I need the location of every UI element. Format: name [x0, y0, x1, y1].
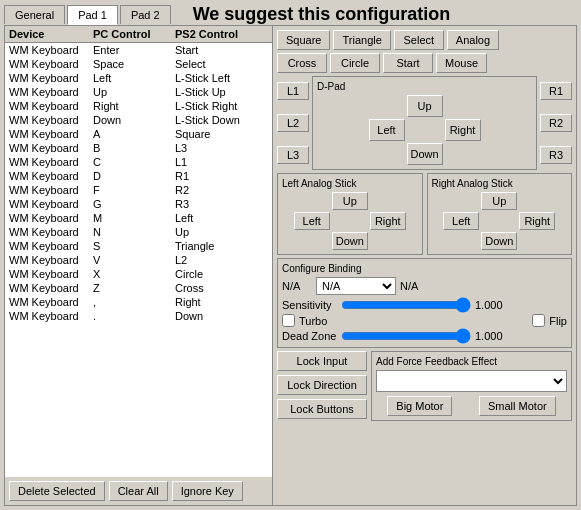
- dpad-empty-bl: [369, 143, 405, 165]
- flip-checkbox[interactable]: [532, 314, 545, 327]
- la-right-button[interactable]: Right: [370, 212, 406, 230]
- cell-pc: M: [93, 212, 175, 224]
- r-buttons: R1 R2 R3: [540, 76, 572, 170]
- ra-left-button[interactable]: Left: [443, 212, 479, 230]
- dpad-left-button[interactable]: Left: [369, 119, 405, 141]
- table-row[interactable]: WM Keyboard M Left: [5, 211, 272, 225]
- ctrl-row-2: Cross Circle Start Mouse: [277, 53, 572, 73]
- big-motor-button[interactable]: Big Motor: [387, 396, 452, 416]
- cell-pc: A: [93, 128, 175, 140]
- table-row[interactable]: WM Keyboard N Up: [5, 225, 272, 239]
- turbo-checkbox[interactable]: [282, 314, 295, 327]
- table-row[interactable]: WM Keyboard Z Cross: [5, 281, 272, 295]
- table-row[interactable]: WM Keyboard A Square: [5, 127, 272, 141]
- deadzone-slider[interactable]: [341, 329, 471, 343]
- cell-pc: C: [93, 156, 175, 168]
- lock-buttons-button[interactable]: Lock Buttons: [277, 399, 367, 419]
- la-down-button[interactable]: Down: [332, 232, 368, 250]
- sensitivity-label: Sensitivity: [282, 299, 337, 311]
- force-feedback-section: Add Force Feedback Effect Big Motor Smal…: [371, 351, 572, 421]
- cell-ps2: L-Stick Up: [175, 86, 265, 98]
- select-button[interactable]: Select: [394, 30, 444, 50]
- cell-device: WM Keyboard: [5, 282, 93, 294]
- cell-pc: N: [93, 226, 175, 238]
- dpad-empty-tl: [369, 95, 405, 117]
- dpad-up-button[interactable]: Up: [407, 95, 443, 117]
- table-row[interactable]: WM Keyboard B L3: [5, 141, 272, 155]
- lock-input-button[interactable]: Lock Input: [277, 351, 367, 371]
- cell-device: WM Keyboard: [5, 142, 93, 154]
- cross-button[interactable]: Cross: [277, 53, 327, 73]
- tab-pad2[interactable]: Pad 2: [120, 5, 171, 24]
- table-row[interactable]: WM Keyboard Up L-Stick Up: [5, 85, 272, 99]
- la-up-button[interactable]: Up: [332, 192, 368, 210]
- dpad-right-button[interactable]: Right: [445, 119, 481, 141]
- config-binding-title: Configure Binding: [282, 263, 567, 274]
- lock-direction-button[interactable]: Lock Direction: [277, 375, 367, 395]
- table-row[interactable]: WM Keyboard Right L-Stick Right: [5, 99, 272, 113]
- right-panel: Square Triangle Select Analog Cross Circ…: [273, 26, 576, 505]
- dpad-center: [407, 119, 443, 141]
- turbo-label: Turbo: [299, 315, 327, 327]
- cell-pc: Up: [93, 86, 175, 98]
- table-row[interactable]: WM Keyboard Enter Start: [5, 43, 272, 57]
- right-analog-section: Right Analog Stick Up Left Right Down: [427, 173, 573, 255]
- l2-button[interactable]: L2: [277, 114, 309, 132]
- mouse-button[interactable]: Mouse: [436, 53, 487, 73]
- feedback-dropdown[interactable]: [376, 370, 567, 392]
- analog-button[interactable]: Analog: [447, 30, 499, 50]
- table-row[interactable]: WM Keyboard F R2: [5, 183, 272, 197]
- deadzone-value: 1.000: [475, 330, 503, 342]
- table-row[interactable]: WM Keyboard D R1: [5, 169, 272, 183]
- cell-device: WM Keyboard: [5, 296, 93, 308]
- table-row[interactable]: WM Keyboard Space Select: [5, 57, 272, 71]
- dpad-down-button[interactable]: Down: [407, 143, 443, 165]
- table-row[interactable]: WM Keyboard X Circle: [5, 267, 272, 281]
- r3-button[interactable]: R3: [540, 146, 572, 164]
- table-row[interactable]: WM Keyboard , Right: [5, 295, 272, 309]
- table-row[interactable]: WM Keyboard C L1: [5, 155, 272, 169]
- cell-pc: Space: [93, 58, 175, 70]
- la-left-button[interactable]: Left: [294, 212, 330, 230]
- dpad-section: D-Pad Up Left Right Down: [312, 76, 537, 170]
- flip-label: Flip: [549, 315, 567, 327]
- table-row[interactable]: WM Keyboard S Triangle: [5, 239, 272, 253]
- config-dropdown[interactable]: N/A: [316, 277, 396, 295]
- cell-device: WM Keyboard: [5, 240, 93, 252]
- triangle-button[interactable]: Triangle: [333, 30, 390, 50]
- table-row[interactable]: WM Keyboard . Down: [5, 309, 272, 323]
- la-empty-tl: [294, 192, 330, 210]
- table-row[interactable]: WM Keyboard Down L-Stick Down: [5, 113, 272, 127]
- circle-button[interactable]: Circle: [330, 53, 380, 73]
- ra-up-button[interactable]: Up: [481, 192, 517, 210]
- l3-button[interactable]: L3: [277, 146, 309, 164]
- l1-button[interactable]: L1: [277, 82, 309, 100]
- start-button[interactable]: Start: [383, 53, 433, 73]
- clear-all-button[interactable]: Clear All: [109, 481, 168, 501]
- cell-device: WM Keyboard: [5, 268, 93, 280]
- table-row[interactable]: WM Keyboard Left L-Stick Left: [5, 71, 272, 85]
- small-motor-button[interactable]: Small Motor: [479, 396, 556, 416]
- ra-down-button[interactable]: Down: [481, 232, 517, 250]
- cell-device: WM Keyboard: [5, 58, 93, 70]
- cell-device: WM Keyboard: [5, 100, 93, 112]
- feedback-buttons: Big Motor Small Motor: [376, 396, 567, 416]
- delete-selected-button[interactable]: Delete Selected: [9, 481, 105, 501]
- cell-pc: X: [93, 268, 175, 280]
- cell-device: WM Keyboard: [5, 44, 93, 56]
- ra-empty-tl: [443, 192, 479, 210]
- col-device-header: Device: [5, 28, 93, 40]
- sensitivity-slider[interactable]: [341, 298, 471, 312]
- table-row[interactable]: WM Keyboard V L2: [5, 253, 272, 267]
- r2-button[interactable]: R2: [540, 114, 572, 132]
- ignore-key-button[interactable]: Ignore Key: [172, 481, 243, 501]
- cell-ps2: Square: [175, 128, 265, 140]
- tab-pad1[interactable]: Pad 1: [67, 5, 118, 25]
- tab-general[interactable]: General: [4, 5, 65, 24]
- dpad-title: D-Pad: [317, 81, 532, 92]
- table-row[interactable]: WM Keyboard G R3: [5, 197, 272, 211]
- r1-button[interactable]: R1: [540, 82, 572, 100]
- tab-bar: General Pad 1 Pad 2 We suggest this conf…: [0, 0, 581, 25]
- ra-right-button[interactable]: Right: [519, 212, 555, 230]
- square-button[interactable]: Square: [277, 30, 330, 50]
